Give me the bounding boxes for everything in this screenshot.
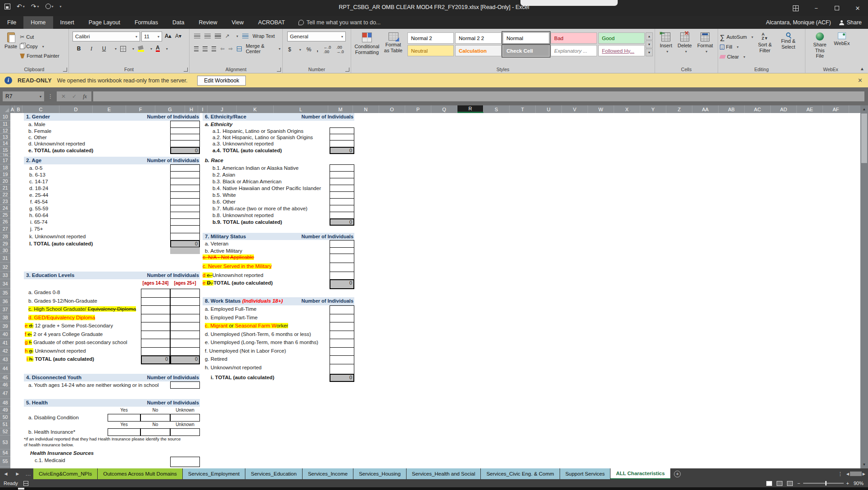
row-header-47[interactable]: 47 — [0, 388, 10, 399]
row-header-18[interactable]: 18 — [0, 164, 10, 171]
zoom-out-icon[interactable]: − — [797, 481, 800, 486]
column-header-V[interactable]: V — [562, 105, 588, 113]
cell-total[interactable]: 0 — [170, 240, 200, 248]
row-header-41[interactable]: 41 — [0, 339, 10, 347]
cell-input[interactable] — [330, 240, 354, 248]
column-header-Z[interactable]: Z — [666, 105, 692, 113]
row-header-53[interactable]: 53 — [0, 436, 10, 449]
enter-icon[interactable]: ✓ — [72, 93, 77, 100]
cell-input[interactable] — [330, 140, 354, 147]
align-center-icon[interactable] — [203, 46, 207, 51]
style-calculation[interactable]: Calculation — [455, 45, 502, 56]
column-header-P[interactable]: P — [405, 105, 431, 113]
column-header-AD[interactable]: AD — [771, 105, 797, 113]
autosum-button[interactable]: ∑AutoSum▾ — [720, 32, 753, 41]
cell-input[interactable] — [330, 134, 354, 141]
fill-button[interactable]: ↓Fill▾ — [720, 42, 753, 51]
copy-button[interactable]: Copy▾ — [20, 42, 59, 51]
font-color-icon[interactable]: A — [156, 45, 160, 52]
row-header-24[interactable]: 24 — [0, 205, 10, 212]
cell-input[interactable] — [330, 247, 354, 254]
row-header-22[interactable]: 22 — [0, 191, 10, 198]
insert-cells-button[interactable]: ⇤ Insert▾ — [657, 31, 675, 55]
minimize-icon[interactable]: − — [806, 0, 827, 16]
style-neutral[interactable]: Neutral — [407, 45, 454, 56]
row-header-16[interactable]: 16 — [0, 154, 10, 157]
cell-input[interactable] — [108, 428, 140, 436]
format-painter-button[interactable]: Format Painter — [20, 51, 59, 60]
ribbon-tab-data[interactable]: Data — [165, 16, 191, 29]
row-header-27[interactable]: 27 — [0, 225, 10, 233]
cell-input[interactable] — [170, 314, 200, 323]
row-header-12[interactable]: 12 — [0, 127, 10, 134]
sheet-tab-services-civic-eng-comm[interactable]: Services_Civic Eng. & Comm — [481, 468, 560, 479]
ribbon-tab-review[interactable]: Review — [191, 16, 224, 29]
cell-input[interactable] — [170, 347, 200, 356]
share-this-file-button[interactable]: Share This File — [809, 31, 831, 61]
percent-style-icon[interactable]: % — [307, 46, 312, 53]
zoom-level[interactable]: 90% — [854, 481, 863, 486]
cut-button[interactable]: ✂Cut — [20, 32, 59, 41]
column-header-K[interactable]: K — [237, 105, 274, 113]
row-header-49[interactable]: 49 — [0, 407, 10, 414]
row-header-30[interactable]: 30 — [0, 247, 10, 254]
cell-total[interactable]: 0 — [330, 279, 354, 289]
styles-more-icon[interactable]: ▼ — [646, 49, 653, 56]
cell-input[interactable] — [170, 185, 200, 192]
align-left-icon[interactable] — [194, 46, 199, 51]
cell-input[interactable] — [170, 339, 200, 348]
decrease-indent-icon[interactable]: ⇦ — [220, 46, 224, 52]
style-normal-2[interactable]: Normal 2 — [407, 32, 454, 44]
cell-input[interactable] — [170, 414, 200, 422]
sheet-nav-left-icon[interactable]: ◀ — [0, 468, 12, 479]
row-header-14[interactable]: 14 — [0, 140, 10, 147]
row-header-51[interactable]: 51 — [0, 421, 10, 428]
ribbon-display-options-icon[interactable] — [785, 0, 806, 16]
column-header-E[interactable]: E — [93, 105, 126, 113]
row-header-38[interactable]: 38 — [0, 314, 10, 322]
ribbon-tab-page-layout[interactable]: Page Layout — [81, 16, 127, 29]
collapse-ribbon-icon[interactable]: ▲ — [860, 66, 864, 71]
style-normal[interactable]: Normal — [503, 32, 549, 44]
normal-view-icon[interactable] — [766, 481, 772, 486]
cell-total[interactable]: 0 — [330, 374, 354, 382]
cell-input[interactable] — [170, 331, 200, 340]
webex-button[interactable]: WebEx — [831, 31, 853, 61]
cell-input[interactable] — [170, 457, 200, 467]
cell-input[interactable] — [170, 289, 200, 298]
wrap-text-label[interactable]: Wrap Text — [253, 33, 275, 39]
italic-icon[interactable]: I — [87, 44, 96, 53]
row-header-26[interactable]: 26 — [0, 218, 10, 225]
delete-cells-button[interactable]: ✕ Delete▾ — [675, 31, 695, 55]
clear-button[interactable]: Clear▾ — [720, 52, 753, 61]
cell-input[interactable] — [141, 347, 170, 356]
style-bad[interactable]: Bad — [551, 32, 597, 44]
alignment-dialog-launcher[interactable] — [277, 68, 281, 72]
row-header-45[interactable]: 45 — [0, 374, 10, 381]
row-header-23[interactable]: 23 — [0, 198, 10, 205]
cell-input[interactable] — [170, 140, 200, 147]
column-header-W[interactable]: W — [588, 105, 614, 113]
cell-input[interactable] — [170, 297, 200, 306]
column-header-A[interactable]: A — [10, 105, 15, 113]
paste-button[interactable]: Paste — [2, 31, 20, 60]
cell-input[interactable] — [330, 254, 354, 263]
accounting-format-icon[interactable]: $ — [288, 46, 291, 53]
sheet-tab-support-services[interactable]: Support Services — [560, 468, 611, 479]
cell-input[interactable] — [330, 164, 354, 172]
font-size-select[interactable]: 11▾ — [141, 32, 162, 41]
cell-input[interactable] — [330, 212, 354, 219]
new-sheet-button[interactable]: + — [671, 468, 684, 479]
conditional-formatting-button[interactable]: Conditional Formatting — [353, 31, 381, 57]
cell-input[interactable] — [170, 225, 200, 233]
cell-input[interactable] — [170, 164, 200, 172]
column-header-J[interactable]: J — [208, 105, 237, 113]
cell-input[interactable] — [330, 191, 354, 199]
styles-scroll-down-icon[interactable]: ▼ — [646, 41, 653, 48]
cell-input[interactable] — [330, 322, 354, 331]
cell-total[interactable]: 0 — [330, 218, 354, 226]
number-format-select[interactable]: General▾ — [287, 32, 346, 41]
page-layout-view-icon[interactable] — [777, 481, 782, 486]
scroll-down-icon[interactable]: ▼ — [860, 461, 868, 468]
merge-center-label[interactable]: Merge & Center — [246, 43, 272, 54]
